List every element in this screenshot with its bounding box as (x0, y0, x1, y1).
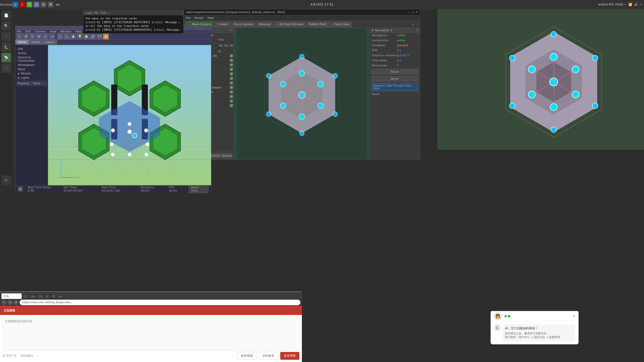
nav2-check-icon: ✓ (332, 23, 334, 26)
chat-header: 👩 ✕ (491, 311, 578, 321)
gz-menu-camera[interactable]: Camera (35, 30, 46, 33)
svg-text:Y: Y (69, 167, 71, 170)
focus-camera-btn[interactable]: Focus Camera (231, 22, 256, 27)
nav2-close-btn[interactable]: ✕ (416, 29, 418, 32)
displays-close-btn[interactable]: ✕ (230, 29, 232, 32)
gz-tool-scale[interactable]: ⊞ (36, 33, 42, 39)
gz-models-item[interactable]: ▶ Models (16, 71, 47, 76)
gz-tab-insert[interactable]: Insert (29, 40, 43, 44)
gz-lights-item[interactable]: ▶ Lights (16, 76, 47, 80)
side-icon-terminal[interactable]: ⬛ (2, 63, 11, 73)
nav2-waypoint-btn[interactable]: Waypoint / Nav Through Poses Mode (371, 83, 418, 91)
article-editor[interactable]: 文博编辑器内容区域... (3, 317, 299, 350)
gz-tool-translate[interactable]: ✥ (23, 33, 29, 39)
back-to-top[interactable]: 回到顶部∧ (20, 354, 33, 358)
nav2-localization-value: active (397, 39, 405, 42)
rviz-menu-help[interactable]: Help (208, 16, 214, 20)
gz-menu-view[interactable]: View (50, 30, 56, 33)
gazebo-left-sidebar: GUI Scene Spherical Coordinates Atmosphe… (15, 45, 48, 186)
svg-point-108 (509, 55, 515, 61)
nav2-bottom-reset[interactable]: Reset (370, 92, 420, 97)
gz-tool-box[interactable]: □ (57, 33, 63, 39)
side-icon-rviz[interactable]: 📡 (2, 53, 11, 62)
browser-tab-zh[interactable]: 知 (44, 294, 50, 299)
browser-tab-ov[interactable]: Ov (37, 294, 44, 299)
gz-menu-edit[interactable]: Edit (25, 30, 31, 33)
rename-display-btn[interactable]: Rename (222, 153, 232, 158)
browser-tab-cl[interactable]: CL (22, 294, 29, 299)
rviz-maximize-btn[interactable]: □ (412, 11, 414, 14)
rviz-close-btn[interactable]: ✕ (416, 11, 418, 14)
save-draft-btn[interactable]: 保存草稿 (237, 352, 257, 360)
reset-time-btn[interactable]: Reset Time (189, 185, 209, 193)
taskbar-app-browser2[interactable]: C (20, 2, 25, 7)
taskbar-app-ov[interactable]: O (34, 2, 39, 7)
gz-tool-rotate[interactable]: ↻ (29, 33, 35, 39)
browser-refresh-btn[interactable]: ⟳ (14, 300, 19, 305)
remove-display-btn[interactable]: Remove (210, 153, 221, 158)
csdn-browser-bottom: S SL CL ros Ov 知 博 sla (0, 292, 302, 362)
rviz-toolbar-plus-btn[interactable]: + (411, 22, 414, 26)
gz-tool-sphere[interactable]: ● (70, 33, 76, 39)
publish-blog-btn[interactable]: 发布博客 (280, 352, 299, 360)
taskbar-app-ros[interactable]: R (27, 2, 32, 7)
rviz-minimize-btn[interactable]: — (408, 11, 411, 14)
side-icon-git[interactable]: ⑂ (2, 32, 11, 41)
pose-estimate-btn[interactable]: ✓ 2D Pose Estimate (274, 22, 306, 27)
rviz-menu-file[interactable]: File (186, 16, 190, 20)
measure-btn[interactable]: Measure (257, 22, 273, 27)
side-icon-files[interactable]: 📄 (2, 11, 11, 20)
publish-point-btn[interactable]: Publish Point (307, 22, 329, 27)
gazebo-pause-btn[interactable]: ⏸ (18, 187, 23, 192)
taskbar-app-sla[interactable]: sla (55, 2, 60, 7)
rviz-menu-panels[interactable]: Panels (194, 16, 203, 20)
chat-close-btn[interactable]: ✕ (572, 314, 575, 318)
gazebo-viewport[interactable]: Z X Y (48, 45, 211, 186)
gz-wind-item[interactable]: Wind (16, 67, 47, 71)
rviz-viewport[interactable] (234, 28, 370, 160)
gz-tool-joint[interactable]: 🔗 (90, 33, 96, 39)
select-btn[interactable]: ↖ Select (214, 22, 230, 27)
tf-check: ✓ (230, 68, 233, 71)
gz-tab-layers[interactable]: Layers (42, 40, 57, 44)
browser-tab-blog[interactable]: 博 (51, 294, 56, 299)
schedule-publish-btn[interactable]: 定时发布 (259, 352, 278, 360)
gz-gui-item[interactable]: GUI (16, 47, 47, 51)
taskbar: Activities 🗂 e C R O 知 博 sla 4月10日 17:51… (0, 0, 644, 9)
nav2-pause-btn[interactable]: Pause (371, 69, 418, 74)
taskbar-app-browser1[interactable]: e (13, 2, 18, 7)
gz-spherical-item[interactable]: Spherical Coordinates (16, 55, 47, 63)
gz-tool-undo[interactable]: ↩ (43, 33, 49, 39)
gz-menu-file[interactable]: File (17, 30, 21, 33)
gz-tool-orange[interactable]: ● (103, 33, 109, 39)
browser-tab-active[interactable]: S SL (2, 293, 22, 299)
gz-tool-light[interactable]: 💡 (77, 33, 83, 39)
gz-menu-help[interactable]: Help (75, 30, 82, 33)
gz-tab-world[interactable]: World (15, 40, 29, 44)
gz-tool-select[interactable]: ↖ (16, 33, 22, 39)
rviz-toolbar-dots-btn[interactable]: ⋯ (415, 23, 418, 26)
gz-menu-window[interactable]: Window (60, 30, 71, 33)
nav2-reset-btn[interactable]: Reset (371, 76, 418, 81)
gz-tool-model[interactable]: 🏠 (83, 33, 89, 39)
browser-forward-btn[interactable]: → (8, 300, 13, 305)
taskbar-app-zh[interactable]: 知 (41, 2, 46, 7)
gazebo-window: Gazebo File Edit Camera View Window Help… (15, 26, 211, 192)
gz-tool-redo[interactable]: ↪ (49, 33, 55, 39)
gz-atmosphere-item[interactable]: Atmosphere (16, 63, 47, 67)
nav2-goal-btn[interactable]: ✓ Nav2 Goal (330, 22, 351, 27)
browser-back-btn[interactable]: ← (2, 300, 7, 305)
chat-avatar: 👩 (494, 312, 502, 320)
side-icon-search[interactable]: 🔍 (2, 21, 11, 31)
nav2-navigation-row: Navigation: active (370, 33, 420, 38)
activities-button[interactable]: Activities (0, 0, 13, 9)
taskbar-app-blog[interactable]: 博 (48, 2, 53, 7)
address-bar[interactable]: https://mp.csdn.net/mp_blog/creat... (20, 300, 300, 305)
gz-scene-item[interactable]: Scene (16, 51, 47, 55)
browser-tab-sla[interactable]: sla (57, 294, 64, 299)
side-icon-settings[interactable]: ⚙ (2, 175, 11, 185)
gz-tool-path[interactable]: ⛙ (96, 33, 102, 39)
gz-tool-cylinder[interactable]: ○ (64, 33, 70, 39)
browser-tab-ros[interactable]: ros (29, 294, 36, 299)
side-icon-debug[interactable]: 🐛 (2, 42, 11, 52)
